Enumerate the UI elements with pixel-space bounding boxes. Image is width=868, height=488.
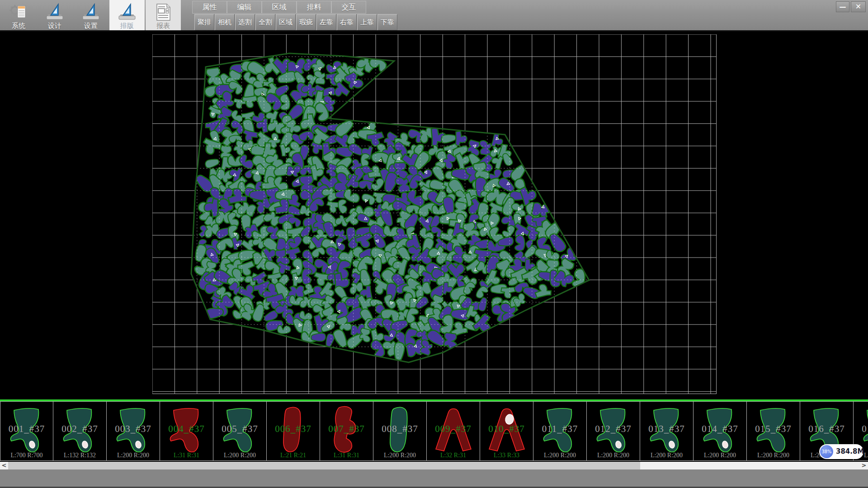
piece-id-label: 007_#37 xyxy=(320,423,373,435)
tool-button-6[interactable]: 瑕疵 xyxy=(296,14,316,30)
piece-id-label: 008_#37 xyxy=(373,423,426,435)
big-button-3[interactable]: 设置 xyxy=(73,0,108,30)
set-square-icon xyxy=(117,3,137,22)
piece-thumbnail-2[interactable]: 002_#37L:132 R:132 xyxy=(53,401,107,461)
set-square-icon xyxy=(44,3,65,22)
piece-lr-label: L:31 R:31 xyxy=(320,452,373,459)
piece-id-label: 016_#37 xyxy=(800,423,853,435)
piece-lr-label: L:21 R:21 xyxy=(267,452,320,459)
piece-id-label: 012_#37 xyxy=(587,423,640,435)
tool-button-2[interactable]: 相机 xyxy=(215,14,235,30)
piece-thumbnail-3[interactable]: 003_#37L:200 R:200 xyxy=(107,401,160,461)
scrollbar-thumb[interactable] xyxy=(8,462,640,469)
piece-lr-label: L:200 R:200 xyxy=(587,452,640,459)
piece-lr-label: L:200 R:200 xyxy=(373,452,426,459)
nesting-canvas[interactable] xyxy=(152,34,717,394)
piece-lr-label: L:200 R:200 xyxy=(747,452,800,459)
workspace xyxy=(0,32,868,399)
piece-id-label: 006_#37 xyxy=(267,423,320,435)
piece-thumbnail-13[interactable]: 013_#37L:200 R:200 xyxy=(640,401,693,461)
piece-id-label: 004_#37 xyxy=(160,423,213,435)
piece-thumbnail-5[interactable]: 005_#37L:200 R:200 xyxy=(213,401,267,461)
piece-id-label: 010_#37 xyxy=(480,423,533,435)
menu-tab-1[interactable]: 属性 xyxy=(192,1,227,14)
close-icon[interactable]: ✕ xyxy=(851,1,866,12)
set-square-icon xyxy=(80,3,101,22)
memory-percent-badge: 38% xyxy=(820,445,833,458)
piece-thumbnail-7[interactable]: 007_#37L:31 R:31 xyxy=(320,401,373,461)
menu-tab-2[interactable]: 编辑 xyxy=(227,1,262,14)
piece-thumbnail-14[interactable]: 014_#37L:200 R:200 xyxy=(693,401,747,461)
piece-id-label: 002_#37 xyxy=(53,423,106,435)
app-window: 系统 设计 设置 排版 报表属性编辑区域排料交互聚排相机选割全割区域瑕疵左靠右靠… xyxy=(0,0,868,488)
piece-thumbnail-strip: 001_#37L:700 R:700 002_#37L:132 R:132 00… xyxy=(0,401,868,461)
piece-id-label: 003_#37 xyxy=(107,423,160,435)
horizontal-scrollbar[interactable]: < > xyxy=(0,462,868,469)
big-button-label: 排版 xyxy=(120,22,134,30)
piece-lr-label: L:700 R:700 xyxy=(0,452,53,459)
big-button-label: 设计 xyxy=(48,22,61,30)
piece-thumbnail-6[interactable]: 006_#37L:21 R:21 xyxy=(267,401,320,461)
status-bar xyxy=(0,469,868,488)
piece-thumbnail-11[interactable]: 011_#37L:200 R:200 xyxy=(533,401,587,461)
piece-id-label: 017_#37 xyxy=(854,423,868,435)
toolbar: 系统 设计 设置 排版 报表属性编辑区域排料交互聚排相机选割全割区域瑕疵左靠右靠… xyxy=(0,0,868,32)
menu-tab-4[interactable]: 排料 xyxy=(297,1,331,14)
big-button-5[interactable]: 报表 xyxy=(146,0,181,30)
piece-lr-label: L:32 R:31 xyxy=(427,452,480,459)
piece-lr-label: L:200 R:200 xyxy=(107,452,160,459)
piece-lr-label: L:200 R:200 xyxy=(533,452,586,459)
big-button-label: 报表 xyxy=(156,22,170,30)
piece-lr-label: L:200 R:200 xyxy=(693,452,746,459)
big-button-2[interactable]: 设计 xyxy=(37,0,72,30)
piece-lr-label: L:200 R:200 xyxy=(640,452,693,459)
piece-id-label: 001_#37 xyxy=(0,423,53,435)
minimize-icon[interactable]: — xyxy=(836,1,849,12)
tool-button-7[interactable]: 左靠 xyxy=(316,14,336,30)
piece-id-label: 015_#37 xyxy=(747,423,800,435)
piece-id-label: 005_#37 xyxy=(213,423,266,435)
piece-id-label: 009_#37 xyxy=(427,423,480,435)
piece-id-label: 011_#37 xyxy=(533,423,586,435)
big-button-4[interactable]: 排版 xyxy=(109,0,145,30)
piece-thumbnail-15[interactable]: 015_#37L:200 R:200 xyxy=(747,401,800,461)
system-gear-icon xyxy=(8,3,29,22)
big-button-1[interactable]: 系统 xyxy=(1,0,36,30)
tool-button-9[interactable]: 上靠 xyxy=(357,14,377,30)
tool-button-3[interactable]: 选割 xyxy=(235,14,255,30)
tool-button-1[interactable]: 聚排 xyxy=(194,14,214,30)
big-button-label: 设置 xyxy=(84,22,98,30)
memory-badge: 38% 384.8M xyxy=(819,444,863,459)
piece-lr-label: L:33 R:33 xyxy=(480,452,533,459)
tool-button-4[interactable]: 全割 xyxy=(255,14,275,30)
tool-button-10[interactable]: 下靠 xyxy=(377,14,397,30)
piece-id-label: 014_#37 xyxy=(693,423,746,435)
menu-tab-3[interactable]: 区域 xyxy=(262,1,297,14)
piece-thumbnail-4[interactable]: 004_#37L:31 R:31 xyxy=(160,401,213,461)
memory-value: 384.8M xyxy=(836,444,864,459)
piece-thumbnail-12[interactable]: 012_#37L:200 R:200 xyxy=(587,401,640,461)
big-button-label: 系统 xyxy=(12,22,25,30)
piece-thumbnail-8[interactable]: 008_#37L:200 R:200 xyxy=(373,401,427,461)
piece-thumbnail-1[interactable]: 001_#37L:700 R:700 xyxy=(0,401,53,461)
report-icon xyxy=(153,3,174,22)
menu-tab-5[interactable]: 交互 xyxy=(331,1,366,14)
piece-thumbnail-9[interactable]: 009_#37L:32 R:31 xyxy=(427,401,480,461)
tool-button-8[interactable]: 右靠 xyxy=(337,14,357,30)
scroll-left-icon[interactable]: < xyxy=(0,462,8,469)
tool-button-5[interactable]: 区域 xyxy=(276,14,296,30)
piece-lr-label: L:31 R:31 xyxy=(160,452,213,459)
scroll-right-icon[interactable]: > xyxy=(860,462,868,469)
piece-thumbnail-10[interactable]: 010_#37L:33 R:33 xyxy=(480,401,533,461)
piece-id-label: 013_#37 xyxy=(640,423,693,435)
piece-lr-label: L:200 R:200 xyxy=(213,452,266,459)
piece-lr-label: L:132 R:132 xyxy=(53,452,106,459)
